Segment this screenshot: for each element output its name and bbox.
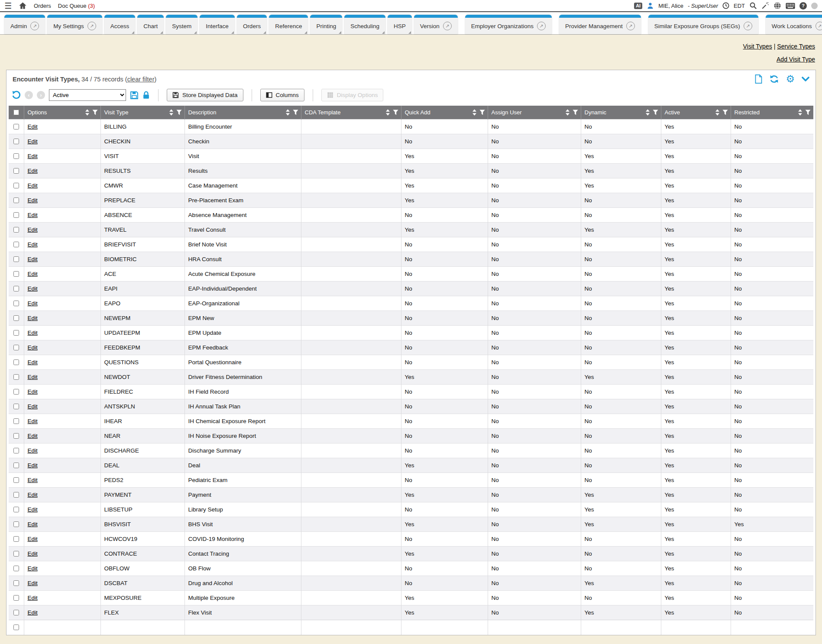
edit-link[interactable]: Edit	[28, 241, 38, 248]
ai-badge[interactable]: AI	[634, 3, 642, 9]
previous-page-icon[interactable]: ‹	[25, 91, 33, 99]
edit-link[interactable]: Edit	[28, 138, 38, 145]
tab-hsp[interactable]: HSP	[388, 15, 412, 34]
edit-link[interactable]: Edit	[28, 433, 38, 439]
filter-funnel-icon[interactable]	[393, 110, 398, 115]
hamburger-menu-icon[interactable]: ☰	[4, 2, 12, 10]
store-displayed-data-button[interactable]: Store Displayed Data	[167, 89, 243, 101]
sort-icon[interactable]	[798, 109, 802, 116]
edit-link[interactable]: Edit	[28, 580, 38, 586]
row-checkbox[interactable]	[13, 433, 19, 439]
row-checkbox[interactable]	[13, 389, 19, 395]
edit-link[interactable]: Edit	[28, 506, 38, 513]
row-checkbox[interactable]	[13, 183, 19, 188]
external-link-icon[interactable]: ↗	[30, 22, 39, 30]
row-checkbox[interactable]	[13, 536, 19, 542]
row-checkbox[interactable]	[13, 477, 19, 483]
tab-similar-exposure-groups-segs[interactable]: Similar Exposure Groups (SEGs)↗	[648, 15, 758, 34]
column-header-dynamic[interactable]: Dynamic	[581, 106, 661, 120]
footer-checkbox[interactable]	[13, 625, 19, 630]
column-header-description[interactable]: Description	[184, 106, 301, 120]
sort-icon[interactable]	[85, 109, 89, 116]
tab-version[interactable]: Version↗	[414, 15, 458, 34]
edit-link[interactable]: Edit	[28, 227, 38, 233]
undo-icon[interactable]	[12, 91, 21, 100]
edit-link[interactable]: Edit	[28, 344, 38, 351]
row-checkbox[interactable]	[13, 610, 19, 615]
edit-link[interactable]: Edit	[28, 153, 38, 159]
next-page-icon[interactable]: ›	[37, 91, 45, 99]
add-visit-type-link[interactable]: Add Visit Type	[777, 56, 815, 63]
external-link-icon[interactable]: ↗	[816, 22, 822, 30]
row-checkbox[interactable]	[13, 404, 19, 409]
tab-interface[interactable]: Interface	[200, 15, 235, 34]
edit-link[interactable]: Edit	[28, 256, 38, 262]
topbar-item-doc-queue[interactable]: Doc Queue (3)	[58, 3, 95, 9]
row-checkbox[interactable]	[13, 256, 19, 262]
columns-button[interactable]: Columns	[260, 89, 304, 101]
edit-link[interactable]: Edit	[28, 197, 38, 204]
new-document-icon[interactable]	[754, 74, 763, 84]
save-filter-icon[interactable]	[130, 91, 139, 100]
tab-my-settings[interactable]: My Settings↗	[47, 15, 102, 34]
edit-link[interactable]: Edit	[28, 285, 38, 292]
edit-link[interactable]: Edit	[28, 271, 38, 277]
home-icon[interactable]	[19, 2, 27, 10]
tab-admin[interactable]: Admin↗	[4, 15, 45, 34]
topbar-item-orders[interactable]: Orders	[34, 3, 51, 9]
edit-link[interactable]: Edit	[28, 388, 38, 395]
row-checkbox[interactable]	[13, 315, 19, 321]
edit-link[interactable]: Edit	[28, 182, 38, 189]
edit-link[interactable]: Edit	[28, 418, 38, 424]
tab-work-locations[interactable]: Work Locations↗	[766, 15, 822, 34]
external-link-icon[interactable]: ↗	[443, 22, 452, 30]
filter-funnel-icon[interactable]	[805, 110, 811, 115]
service-types-link[interactable]: Service Types	[777, 43, 815, 50]
row-checkbox[interactable]	[13, 359, 19, 365]
lock-icon[interactable]	[142, 91, 150, 100]
column-header-assign-user[interactable]: Assign User	[488, 106, 581, 120]
external-link-icon[interactable]: ↗	[87, 22, 96, 30]
column-header-cda-template[interactable]: CDA Template	[301, 106, 401, 120]
edit-link[interactable]: Edit	[28, 609, 38, 616]
tab-reference[interactable]: Reference	[269, 15, 308, 34]
tab-employer-organizations[interactable]: Employer Organizations↗	[465, 15, 552, 34]
row-checkbox[interactable]	[13, 521, 19, 527]
row-checkbox[interactable]	[13, 212, 19, 218]
row-checkbox[interactable]	[13, 418, 19, 424]
row-checkbox[interactable]	[13, 492, 19, 498]
globe-icon[interactable]	[773, 2, 781, 10]
row-checkbox[interactable]	[13, 168, 19, 174]
keyboard-icon[interactable]	[786, 3, 795, 9]
edit-link[interactable]: Edit	[28, 315, 38, 321]
user-icon[interactable]	[647, 2, 654, 10]
refresh-icon[interactable]	[770, 74, 779, 84]
filter-funnel-icon[interactable]	[293, 110, 298, 115]
filter-funnel-icon[interactable]	[92, 110, 98, 115]
external-link-icon[interactable]: ↗	[537, 22, 546, 30]
sort-icon[interactable]	[386, 109, 390, 116]
edit-link[interactable]: Edit	[28, 565, 38, 572]
row-checkbox[interactable]	[13, 286, 19, 291]
column-header-options[interactable]: Options	[24, 106, 100, 120]
edit-link[interactable]: Edit	[28, 168, 38, 174]
row-checkbox[interactable]	[13, 448, 19, 453]
search-icon[interactable]	[749, 2, 757, 10]
sort-icon[interactable]	[169, 109, 173, 116]
row-checkbox[interactable]	[13, 271, 19, 277]
column-header-active[interactable]: Active	[661, 106, 731, 120]
row-checkbox[interactable]	[13, 301, 19, 306]
edit-link[interactable]: Edit	[28, 374, 38, 380]
select-all-checkbox[interactable]	[13, 110, 19, 115]
edit-link[interactable]: Edit	[28, 300, 38, 307]
row-checkbox[interactable]	[13, 330, 19, 336]
help-icon[interactable]: ?	[799, 2, 807, 10]
edit-link[interactable]: Edit	[28, 536, 38, 542]
row-checkbox[interactable]	[13, 463, 19, 468]
filter-funnel-icon[interactable]	[573, 110, 578, 115]
tab-orders[interactable]: Orders	[237, 15, 267, 34]
active-filter-select[interactable]: Active	[49, 89, 126, 101]
row-checkbox[interactable]	[13, 374, 19, 380]
edit-link[interactable]: Edit	[28, 477, 38, 483]
edit-link[interactable]: Edit	[28, 550, 38, 557]
